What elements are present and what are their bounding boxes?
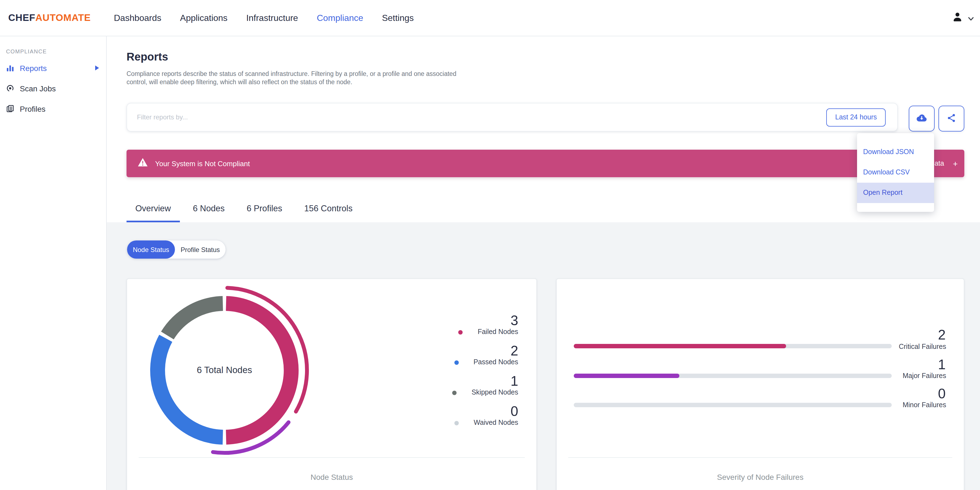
passed-count: 2 [511, 344, 518, 358]
top-navigation: CHEFAUTOMATE Dashboards Applications Inf… [0, 0, 980, 36]
app-window: CHEFAUTOMATE Dashboards Applications Inf… [0, 0, 980, 490]
legend-item-waived: 0 Waived Nodes [454, 404, 518, 428]
bar-chart-icon [6, 64, 15, 72]
overview-panel: Node Status Profile Status 6 Total Nodes… [107, 222, 980, 490]
tab-nodes[interactable]: 6 Nodes [184, 204, 233, 222]
critical-label: Critical Failures [899, 342, 946, 351]
filter-reports-input[interactable] [127, 113, 827, 121]
menu-item-open-report[interactable]: Open Report [857, 183, 934, 203]
critical-bar-track [574, 344, 892, 348]
toggle-profile-status[interactable]: Profile Status [175, 240, 226, 259]
scan-icon [6, 84, 15, 93]
sidebar-section-label: COMPLIANCE [6, 48, 106, 54]
warning-icon [137, 158, 148, 169]
node-status-caption: Node Status [127, 473, 536, 482]
severity-card: 2 Critical Failures 1 Major Failures 0 M… [556, 278, 964, 490]
node-status-legend: 3 Failed Nodes 2 Passed Nodes 1 Skipped … [452, 313, 518, 428]
sidebar-item-label: Profiles [20, 104, 45, 113]
charts-row: 6 Total Nodes 3 Failed Nodes 2 Passed No… [127, 278, 964, 490]
failed-dot-icon [458, 330, 463, 334]
sidebar-item-scan-jobs[interactable]: Scan Jobs [0, 78, 106, 99]
waived-count: 0 [511, 404, 518, 418]
waived-dot-icon [454, 421, 459, 425]
share-report-button[interactable] [939, 106, 964, 132]
menu-item-download-json[interactable]: Download JSON [857, 142, 934, 162]
time-range-button[interactable]: Last 24 hours [827, 108, 886, 126]
banner-message: Your System is Not Compliant [155, 159, 250, 167]
chef-automate-logo[interactable]: CHEFAUTOMATE [8, 12, 91, 24]
major-count: 1 [938, 357, 946, 371]
reports-header-section: Reports Compliance reports describe the … [107, 36, 980, 222]
compliance-sidebar: COMPLIANCE Reports Scan Jobs Profiles [0, 36, 107, 490]
chevron-down-icon [968, 13, 974, 23]
filter-bar: Last 24 hours [127, 103, 898, 132]
legend-item-skipped: 1 Skipped Nodes [452, 374, 518, 397]
report-metadata-expand-icon[interactable]: + [953, 159, 958, 168]
failed-count: 3 [511, 313, 518, 328]
card-divider [138, 457, 525, 458]
compliance-status-banner: Your System is Not Compliant Report Meta… [127, 150, 964, 177]
sidebar-item-label: Scan Jobs [20, 84, 56, 93]
tab-overview[interactable]: Overview [127, 204, 180, 222]
main-content: Reports Compliance reports describe the … [107, 36, 980, 490]
nav-compliance[interactable]: Compliance [317, 13, 363, 23]
skipped-dot-icon [452, 390, 457, 395]
node-status-card: 6 Total Nodes 3 Failed Nodes 2 Passed No… [127, 278, 537, 490]
page-title: Reports [127, 51, 168, 63]
minor-bar-track [574, 403, 892, 407]
donut-center-label: 6 Total Nodes [164, 365, 285, 375]
filter-toolbar: Last 24 hours [127, 103, 964, 132]
submenu-arrow-icon[interactable] [95, 65, 99, 70]
waived-label: Waived Nodes [474, 418, 518, 428]
severity-bar-fill [574, 344, 786, 348]
skipped-label: Skipped Nodes [471, 388, 518, 397]
nav-settings[interactable]: Settings [382, 13, 414, 23]
sidebar-item-label: Reports [20, 64, 47, 72]
major-bar-track [574, 374, 892, 378]
failed-label: Failed Nodes [478, 328, 518, 337]
report-tabs: Overview 6 Nodes 6 Profiles 156 Controls [127, 204, 366, 222]
sidebar-item-profiles[interactable]: Profiles [0, 99, 106, 119]
sidebar-item-reports[interactable]: Reports [0, 58, 106, 78]
severity-caption: Severity of Node Failures [557, 473, 964, 482]
minor-label: Minor Failures [903, 401, 946, 409]
cloud-download-icon [915, 111, 928, 126]
severity-bar-fill [574, 374, 679, 378]
download-report-button[interactable] [909, 106, 935, 132]
tab-controls[interactable]: 156 Controls [295, 204, 361, 222]
passed-label: Passed Nodes [473, 358, 518, 367]
major-label: Major Failures [903, 371, 946, 380]
nav-applications[interactable]: Applications [180, 13, 228, 23]
page-description: Compliance reports describe the status o… [127, 70, 461, 86]
user-menu[interactable] [951, 0, 974, 36]
nav-dashboards[interactable]: Dashboards [114, 13, 161, 23]
nav-infrastructure[interactable]: Infrastructure [246, 13, 298, 23]
main-nav: Dashboards Applications Infrastructure C… [114, 13, 414, 23]
legend-item-failed: 3 Failed Nodes [458, 313, 518, 337]
passed-dot-icon [454, 360, 458, 364]
menu-item-download-csv[interactable]: Download CSV [857, 162, 934, 183]
status-toggle: Node Status Profile Status [127, 240, 226, 259]
legend-item-passed: 2 Passed Nodes [454, 344, 518, 367]
share-icon [946, 113, 957, 125]
toggle-node-status[interactable]: Node Status [127, 240, 175, 259]
card-divider [568, 457, 952, 458]
logo-chef: CHEF [8, 12, 35, 23]
minor-count: 0 [938, 386, 946, 401]
critical-count: 2 [938, 328, 946, 342]
download-dropdown-menu: Download JSON Download CSV Open Report [857, 133, 934, 212]
skipped-count: 1 [511, 374, 518, 388]
tab-profiles[interactable]: 6 Profiles [238, 204, 291, 222]
user-icon [951, 11, 964, 25]
logo-automate: AUTOMATE [35, 12, 91, 23]
profiles-icon [6, 104, 15, 113]
